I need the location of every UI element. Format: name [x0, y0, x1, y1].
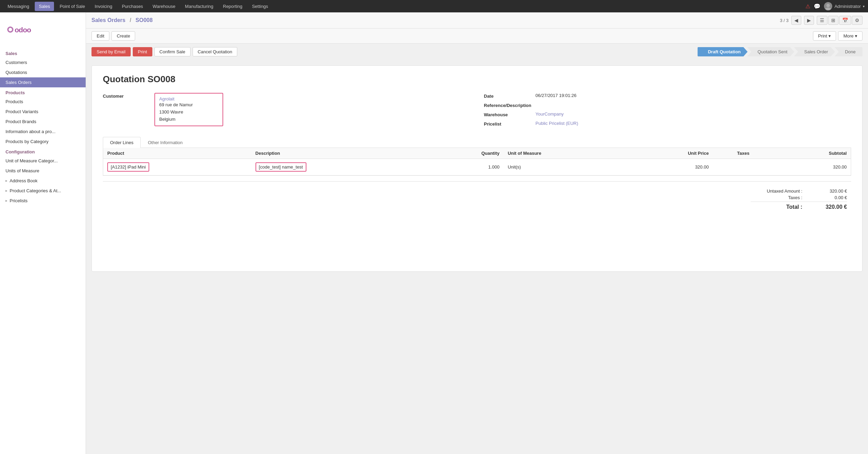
prev-button[interactable]: ◀ — [791, 16, 801, 25]
edit-button[interactable]: Edit — [91, 31, 109, 41]
list-view-button[interactable]: ☰ — [817, 16, 827, 25]
customer-address: 69 rue de Namur1300 WavreBelgium — [159, 101, 218, 123]
user-dropdown-icon: ▾ — [863, 4, 865, 8]
untaxed-label: Untaxed Amount : — [751, 188, 802, 194]
sidebar-item-uom[interactable]: Units of Measure — [0, 166, 86, 176]
breadcrumb-current: SO008 — [135, 17, 153, 23]
sidebar-item-product-categories[interactable]: Product Categories & At... — [0, 186, 86, 196]
toolbar: Edit Create Print ▾ More ▾ — [86, 29, 868, 44]
logo-area: odoo — [0, 12, 86, 48]
status-step-sent[interactable]: Quotation Sent — [747, 47, 794, 56]
sidebar-section-configuration: Configuration Unit of Measure Categor...… — [0, 147, 86, 206]
print-action-button[interactable]: Print — [133, 47, 152, 56]
untaxed-row: Untaxed Amount : 320.00 € — [751, 188, 847, 194]
taxes-row: Taxes : 0.00 € — [751, 195, 847, 200]
sidebar-item-pricelists[interactable]: Pricelists — [0, 196, 86, 206]
nav-item-warehouse[interactable]: Warehouse — [149, 2, 180, 11]
sidebar-item-sales-orders[interactable]: Sales Orders — [0, 77, 86, 87]
warehouse-value[interactable]: YourCompany — [535, 111, 564, 117]
alert-icon[interactable]: ⚠ — [805, 3, 810, 10]
calendar-view-button[interactable]: 📅 — [839, 16, 851, 25]
customer-box[interactable]: Agrolait 69 rue de Namur1300 WavreBelgiu… — [154, 93, 223, 126]
customer-label: Customer — [103, 93, 151, 99]
right-col: Date 06/27/2017 19:01:26 Reference/Descr… — [484, 93, 851, 130]
form-fields: Customer Agrolait 69 rue de Namur1300 Wa… — [103, 93, 851, 130]
product-value: [A1232] iPad Mini — [107, 162, 149, 172]
create-button[interactable]: Create — [111, 31, 135, 41]
svg-point-1 — [825, 8, 831, 10]
nav-item-manufacturing[interactable]: Manufacturing — [181, 2, 217, 11]
taxes-label: Taxes : — [751, 195, 802, 200]
table-header-row: Product Description Quantity Unit of Mea… — [103, 148, 851, 159]
sidebar-item-quotations[interactable]: Quotations — [0, 67, 86, 77]
order-lines-panel: Product Description Quantity Unit of Mea… — [103, 148, 851, 176]
col-unit-price: Unit Price — [627, 148, 713, 159]
sidebar-item-product-info[interactable]: Information about a pro... — [0, 127, 86, 137]
more-label: More — [843, 33, 854, 39]
sidebar-section-title-config: Configuration — [0, 147, 86, 156]
col-uom: Unit of Measure — [503, 148, 627, 159]
order-table: Product Description Quantity Unit of Mea… — [103, 148, 851, 175]
chat-icon[interactable]: 💬 — [814, 3, 821, 10]
left-col: Customer Agrolait 69 rue de Namur1300 Wa… — [103, 93, 470, 130]
nav-item-settings[interactable]: Settings — [248, 2, 272, 11]
send-email-button[interactable]: Send by Email — [91, 47, 131, 56]
untaxed-value: 320.00 € — [813, 188, 847, 194]
sidebar: odoo Sales Customers Quotations Sales Or… — [0, 12, 86, 454]
description-cell[interactable]: [code_test] name_test — [251, 159, 426, 175]
total-value: 320.00 € — [813, 204, 847, 210]
status-step-done[interactable]: Done — [835, 47, 862, 56]
tab-order-lines[interactable]: Order Lines — [103, 137, 141, 148]
confirm-sale-button[interactable]: Confirm Sale — [154, 47, 191, 56]
document-title: Quotation SO008 — [103, 74, 851, 85]
nav-item-pos[interactable]: Point of Sale — [55, 2, 89, 11]
col-subtotal: Subtotal — [774, 148, 851, 159]
description-value: [code_test] name_test — [256, 162, 306, 172]
nav-item-sales[interactable]: Sales — [35, 2, 54, 11]
main-content: Quotation SO008 Customer Agrolait 69 rue… — [86, 60, 868, 454]
cancel-quotation-button[interactable]: Cancel Quotation — [193, 47, 237, 56]
user-menu[interactable]: Administrator ▾ — [824, 2, 865, 10]
sidebar-section-sales: Sales Customers Quotations Sales Orders — [0, 48, 86, 87]
status-step-sales-order[interactable]: Sales Order — [794, 47, 835, 56]
nav-item-messaging[interactable]: Messaging — [3, 2, 33, 11]
svg-point-0 — [826, 4, 830, 7]
sidebar-section-title-sales: Sales — [0, 48, 86, 57]
nav-item-invoicing[interactable]: Invoicing — [90, 2, 116, 11]
sidebar-item-address-book[interactable]: Address Book — [0, 176, 86, 186]
document-tabs: Order Lines Other Information — [103, 137, 851, 148]
content-header: Sales Orders / SO008 3 / 3 ◀ ▶ ☰ ⊞ 📅 ⚙ — [86, 12, 868, 29]
print-button[interactable]: Print ▾ — [813, 31, 836, 41]
sidebar-item-customers[interactable]: Customers — [0, 57, 86, 67]
sidebar-section-title-products: Products — [0, 87, 86, 97]
breadcrumb-separator: / — [130, 17, 131, 23]
taxes-value: 0.00 € — [813, 195, 847, 200]
warehouse-label: Warehouse — [484, 111, 532, 117]
nav-item-purchases[interactable]: Purchases — [118, 2, 147, 11]
quantity-cell: 1.000 — [426, 159, 503, 175]
col-quantity: Quantity — [426, 148, 503, 159]
sidebar-item-products[interactable]: Products — [0, 97, 86, 107]
sidebar-item-product-variants[interactable]: Product Variants — [0, 107, 86, 117]
user-name: Administrator — [834, 4, 861, 9]
customer-name[interactable]: Agrolait — [159, 96, 218, 101]
view-icons: ☰ ⊞ 📅 ⚙ — [817, 16, 862, 25]
date-field-row: Date 06/27/2017 19:01:26 — [484, 93, 851, 99]
nav-item-reporting[interactable]: Reporting — [219, 2, 246, 11]
breadcrumb-parent[interactable]: Sales Orders — [91, 17, 126, 23]
kanban-view-button[interactable]: ⊞ — [828, 16, 838, 25]
action-bar: Send by Email Print Confirm Sale Cancel … — [86, 44, 868, 60]
sidebar-item-product-brands[interactable]: Product Brands — [0, 117, 86, 127]
tab-other-info[interactable]: Other Information — [141, 137, 190, 148]
top-nav-right: ⚠ 💬 Administrator ▾ — [805, 2, 865, 10]
next-button[interactable]: ▶ — [804, 16, 814, 25]
sidebar-item-uom-categories[interactable]: Unit of Measure Categor... — [0, 156, 86, 166]
more-button[interactable]: More ▾ — [838, 31, 862, 41]
total-label: Total : — [751, 204, 802, 210]
status-step-draft[interactable]: Draft Quotation — [697, 47, 747, 56]
date-label: Date — [484, 93, 532, 99]
sidebar-item-products-by-category[interactable]: Products by Category — [0, 137, 86, 147]
pivot-view-button[interactable]: ⚙ — [852, 16, 862, 25]
pricelist-value[interactable]: Public Pricelist (EUR) — [535, 121, 578, 126]
product-cell[interactable]: [A1232] iPad Mini — [103, 159, 251, 175]
